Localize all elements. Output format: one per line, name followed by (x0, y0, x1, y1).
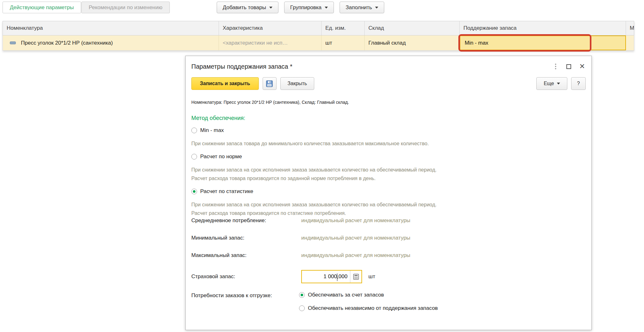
safety-stock-input[interactable]: 1 000,000 (301, 270, 362, 283)
shipment-needs-row: Потребности заказов к отгрузке: Обеспечи… (191, 292, 586, 311)
column-header-nomenclature[interactable]: Номенклатура (3, 21, 219, 35)
safety-stock-row: Страховой запас: 1 000,000 шт (191, 270, 586, 284)
dialog-title: Параметры поддержания запаса * (191, 63, 553, 70)
calculator-icon (353, 274, 359, 280)
method-help-norm: При снижении запаса на срок исполнения з… (191, 166, 586, 183)
help-button[interactable]: ? (571, 77, 586, 90)
parameter-tabs: Действующие параметры Рекомендации по из… (3, 2, 170, 13)
dropdown-arrow-icon (325, 7, 328, 9)
grouping-label: Группировка (290, 4, 322, 11)
dropdown-arrow-icon (269, 7, 272, 9)
maximize-icon[interactable] (566, 64, 571, 69)
radio-checked-icon[interactable] (191, 189, 197, 194)
close-icon[interactable]: ✕ (579, 63, 585, 70)
add-goods-button[interactable]: Добавить товары (217, 2, 278, 13)
param-row-min-stock: Минимальный запас: индивидуальный расчет… (191, 235, 586, 252)
dropdown-arrow-icon (375, 7, 378, 9)
radio-label: Обеспечивать за счет запасов (308, 292, 384, 298)
cell-nomenclature[interactable]: Пресс уголок 20*1/2 НР (сантехника) (3, 35, 219, 50)
radio-label: Min - max (200, 127, 224, 134)
text-caret (337, 273, 337, 281)
method-section-title: Метод обеспечения: (191, 115, 586, 122)
more-menu-icon[interactable] (553, 62, 558, 71)
radio-label: Обеспечивать независимо от поддержания з… (308, 305, 438, 311)
add-goods-label: Добавить товары (223, 4, 266, 11)
param-value: индивидуальный расчет для номенклатуры (301, 217, 410, 224)
safety-stock-value: 1 000,000 (302, 273, 350, 280)
dialog-info-line: Номенклатура: Пресс уголок 20*1/2 НР (са… (191, 100, 586, 105)
tab-change-recommendations[interactable]: Рекомендации по изменению (81, 2, 170, 13)
save-and-close-button[interactable]: Записать и закрыть (191, 77, 259, 90)
safety-stock-label: Страховой запас: (191, 273, 301, 280)
column-header-characteristic[interactable]: Характеристика (219, 21, 322, 35)
table-row: Пресс уголок 20*1/2 НР (сантехника) <хар… (3, 35, 634, 51)
tab-active-parameters[interactable]: Действующие параметры (3, 2, 81, 13)
more-label: Еще (544, 81, 554, 86)
item-icon (10, 41, 16, 44)
nomenclature-text: Пресс уголок 20*1/2 НР (сантехника) (21, 40, 113, 46)
column-header-unit[interactable]: Ед. изм. (322, 21, 365, 35)
cell-warehouse[interactable]: Главный склад (365, 35, 460, 50)
dropdown-arrow-icon (557, 83, 560, 85)
grouping-button[interactable]: Группировка (284, 2, 334, 13)
fill-label: Заполнить (346, 4, 372, 11)
shipment-options: Обеспечивать за счет запасов Обеспечиват… (299, 292, 438, 311)
radio-icon[interactable] (191, 128, 197, 133)
radio-label: Расчет по статистике (200, 188, 253, 195)
stock-maintenance-dialog: Параметры поддержания запаса * ✕ Записат… (185, 56, 592, 330)
unit-label: шт (368, 273, 375, 280)
column-header-min[interactable]: Мин (626, 21, 634, 35)
window-controls: ✕ (553, 62, 585, 71)
stock-parameters-table: Номенклатура Характеристика Ед. изм. Скл… (3, 21, 634, 51)
method-help-statistics: При снижении запаса на срок исполнения з… (191, 200, 586, 217)
param-value: индивидуальный расчет для номенклатуры (301, 252, 410, 259)
param-label: Среднедневное потребление: (191, 217, 301, 224)
column-header-warehouse[interactable]: Склад (365, 21, 460, 35)
top-toolbar: Действующие параметры Рекомендации по из… (0, 0, 644, 18)
table-header: Номенклатура Характеристика Ед. изм. Скл… (3, 21, 634, 35)
column-header-maintenance[interactable]: Поддержание запаса (460, 21, 626, 35)
save-button[interactable] (263, 77, 277, 90)
more-button[interactable]: Еще (536, 77, 567, 90)
method-option-statistics[interactable]: Расчет по статистике (191, 188, 586, 195)
cell-min[interactable] (626, 35, 634, 50)
close-button[interactable]: Закрыть (280, 77, 315, 90)
cell-unit[interactable]: шт (322, 35, 365, 50)
method-option-min-max[interactable]: Min - max (191, 127, 586, 134)
shipment-label: Потребности заказов к отгрузке: (191, 292, 299, 299)
calculator-button[interactable] (350, 271, 361, 283)
param-label: Максимальный запас: (191, 252, 301, 259)
dialog-titlebar: Параметры поддержания запаса * ✕ (186, 56, 591, 75)
floppy-icon (266, 80, 273, 87)
cell-characteristic[interactable]: <характеристики не исп… (219, 35, 322, 50)
cell-maintenance-selected[interactable]: Min - max (460, 35, 626, 50)
param-label: Минимальный запас: (191, 235, 301, 241)
toolbar-buttons: Добавить товары Группировка Заполнить (217, 2, 384, 13)
shipment-option-from-stock[interactable]: Обеспечивать за счет запасов (299, 292, 438, 298)
dialog-command-bar: Записать и закрыть Закрыть Еще ? (191, 77, 586, 90)
radio-label: Расчет по норме (200, 153, 242, 160)
method-option-norm[interactable]: Расчет по норме (191, 153, 586, 160)
param-value: индивидуальный расчет для номенклатуры (301, 235, 410, 241)
param-row-max-stock: Максимальный запас: индивидуальный расче… (191, 252, 586, 270)
shipment-option-independent[interactable]: Обеспечивать независимо от поддержания з… (299, 305, 438, 311)
radio-icon[interactable] (299, 305, 305, 311)
fill-button[interactable]: Заполнить (340, 2, 384, 13)
radio-checked-icon[interactable] (299, 292, 305, 298)
param-row-avg-consumption: Среднедневное потребление: индивидуальны… (191, 217, 586, 235)
radio-icon[interactable] (191, 154, 197, 160)
method-help-min-max: При снижении запаса товара до минимально… (191, 139, 586, 148)
